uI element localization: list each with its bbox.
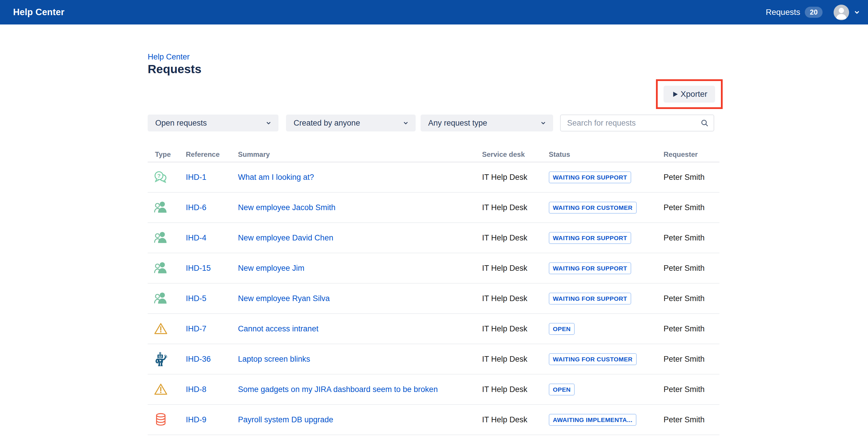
requester-cell: Peter Smith [663,385,719,394]
chevron-down-icon [265,119,272,126]
warning-triangle-icon [154,321,168,336]
requester-cell: Peter Smith [663,203,719,212]
request-summary-link[interactable]: Payroll system DB upgrade [238,415,333,424]
request-summary-link[interactable]: New employee Jacob Smith [238,203,336,212]
xporter-button[interactable]: Xporter [663,86,715,103]
request-row: IHD-4 New employee David Chen IT Help De… [148,223,719,253]
user-menu-button[interactable] [834,5,861,20]
column-header-requester: Requester [663,150,719,158]
service-desk-cell: IT Help Desk [482,264,549,273]
requests-nav-label: Requests [766,7,800,17]
requester-cell: Peter Smith [663,173,719,182]
request-row: IHD-5 New employee Ryan Silva IT Help De… [148,284,719,314]
request-row: IHD-7 Cannot access intranet IT Help Des… [148,314,719,344]
avatar [834,5,849,20]
annotation-highlight-box: Xporter [656,79,723,109]
request-reference-link[interactable]: IHD-4 [186,233,207,242]
xporter-button-label: Xporter [681,89,708,99]
request-status-filter-value: Open requests [155,119,207,128]
request-reference-link[interactable]: IHD-36 [186,355,211,364]
request-row: IHD-36 Laptop screen blinks IT Help Desk… [148,344,719,375]
request-type-filter-value: Any request type [428,119,487,128]
service-desk-cell: IT Help Desk [482,324,549,333]
creator-filter-value: Created by anyone [293,119,360,128]
service-desk-cell: IT Help Desk [482,233,549,242]
search-box [560,115,714,132]
request-reference-link[interactable]: IHD-7 [186,324,207,333]
requests-count-badge: 20 [805,7,823,18]
filter-bar: Open requests Created by anyone Any requ… [148,115,714,132]
request-row: IHD-9 Payroll system DB upgrade IT Help … [148,405,719,435]
svg-text:?: ? [157,173,160,179]
requests-nav-link[interactable]: Requests 20 [766,7,823,18]
status-badge: WAITING FOR SUPPORT [549,293,631,304]
new-employee-icon [154,231,168,245]
requester-cell: Peter Smith [663,355,719,364]
service-desk-cell: IT Help Desk [482,294,549,303]
database-icon [154,412,168,427]
requester-cell: Peter Smith [663,264,719,273]
breadcrumb-help-center-link[interactable]: Help Center [148,53,190,61]
column-header-summary: Summary [238,150,482,158]
column-header-type: Type [148,150,186,158]
request-row: IHD-6 New employee Jacob Smith IT Help D… [148,193,719,223]
request-row: IHD-8 Some gadgets on my JIRA dashboard … [148,375,719,405]
status-badge: WAITING FOR SUPPORT [549,232,631,244]
search-input[interactable] [566,118,700,128]
play-icon [672,91,679,98]
request-summary-link[interactable]: New employee Jim [238,264,304,272]
page-title: Requests [148,62,202,76]
new-employee-icon [154,291,168,306]
status-badge: AWAITING IMPLEMENTA... [549,414,637,426]
robot-icon [154,352,168,366]
chevron-down-icon [540,119,547,126]
request-reference-link[interactable]: IHD-1 [186,173,207,181]
magnifier-icon[interactable] [700,119,709,127]
requester-cell: Peter Smith [663,294,719,303]
request-row: IHD-15 New employee Jim IT Help Desk WAI… [148,253,719,284]
column-header-status: Status [549,150,663,158]
request-reference-link[interactable]: IHD-15 [186,264,211,272]
requests-table: Type Reference Summary Service desk Stat… [148,147,719,435]
service-desk-cell: IT Help Desk [482,385,549,394]
warning-triangle-icon [154,382,168,397]
table-header-row: Type Reference Summary Service desk Stat… [148,147,719,162]
question-bubbles-icon: ? [154,170,168,184]
request-reference-link[interactable]: IHD-6 [186,203,207,212]
requester-cell: Peter Smith [663,324,719,333]
chevron-down-icon [853,8,861,16]
new-employee-icon [154,200,168,215]
status-badge: WAITING FOR CUSTOMER [549,353,637,365]
request-summary-link[interactable]: Laptop screen blinks [238,355,310,364]
request-reference-link[interactable]: IHD-9 [186,415,207,424]
request-summary-link[interactable]: What am I looking at? [238,173,314,181]
request-summary-link[interactable]: New employee Ryan Silva [238,294,330,303]
column-header-reference: Reference [186,150,238,158]
service-desk-cell: IT Help Desk [482,355,549,364]
request-reference-link[interactable]: IHD-5 [186,294,207,303]
status-badge: WAITING FOR SUPPORT [549,171,631,183]
creator-filter-dropdown[interactable]: Created by anyone [286,115,416,132]
status-badge: WAITING FOR SUPPORT [549,262,631,274]
requester-cell: Peter Smith [663,233,719,242]
app-title: Help Center [13,7,64,18]
service-desk-cell: IT Help Desk [482,415,549,424]
service-desk-cell: IT Help Desk [482,173,549,182]
status-badge: WAITING FOR CUSTOMER [549,202,637,214]
request-summary-link[interactable]: New employee David Chen [238,233,333,242]
service-desk-cell: IT Help Desk [482,203,549,212]
top-bar: Help Center Requests 20 [0,0,868,25]
request-summary-link[interactable]: Some gadgets on my JIRA dashboard seem t… [238,385,438,394]
requester-cell: Peter Smith [663,415,719,424]
request-type-filter-dropdown[interactable]: Any request type [421,115,553,132]
status-badge: OPEN [549,323,575,335]
request-status-filter-dropdown[interactable]: Open requests [148,115,278,132]
request-row: ? IHD-1 What am I looking at? IT Help De… [148,162,719,193]
request-reference-link[interactable]: IHD-8 [186,385,207,394]
request-summary-link[interactable]: Cannot access intranet [238,324,318,333]
column-header-service-desk: Service desk [482,150,549,158]
status-badge: OPEN [549,383,575,396]
new-employee-icon [154,261,168,275]
chevron-down-icon [402,119,409,126]
